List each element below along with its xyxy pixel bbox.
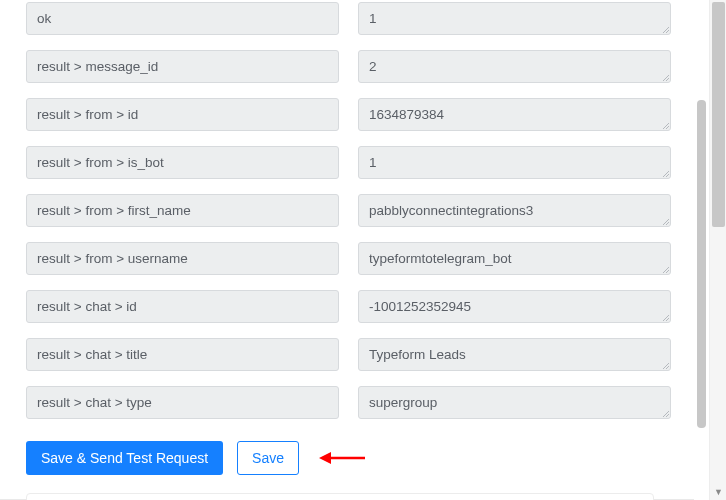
scrollbar-down-arrow-icon[interactable]: ▼	[710, 483, 726, 500]
response-key-text: result > chat > title	[37, 347, 147, 362]
svg-line-14	[663, 363, 669, 369]
response-key-text: result > from > id	[37, 107, 138, 122]
next-card-hint	[26, 493, 654, 500]
response-row: result > chat > title Typeform Leads	[26, 338, 671, 371]
response-row: result > from > username typeformtoteleg…	[26, 242, 671, 275]
svg-line-6	[663, 171, 669, 177]
response-key-cell[interactable]: result > from > first_name	[26, 194, 339, 227]
svg-line-11	[666, 270, 669, 273]
svg-line-7	[666, 174, 669, 177]
svg-line-3	[666, 78, 669, 81]
save-button[interactable]: Save	[237, 441, 299, 475]
response-row: ok 1	[26, 2, 671, 35]
response-rows: ok 1 result > message_id 2 resul	[26, 2, 671, 428]
outer-scrollbar-thumb[interactable]	[712, 2, 725, 227]
response-key-cell[interactable]: result > chat > type	[26, 386, 339, 419]
response-key-text: ok	[37, 11, 51, 26]
response-key-text: result > from > first_name	[37, 203, 191, 218]
response-value-text: -1001252352945	[369, 299, 471, 314]
svg-line-16	[663, 411, 669, 417]
response-key-text: result > message_id	[37, 59, 158, 74]
response-row: result > chat > id -1001252352945	[26, 290, 671, 323]
response-value-cell[interactable]: 1	[358, 146, 671, 179]
response-key-cell[interactable]: result > chat > title	[26, 338, 339, 371]
response-row: result > from > first_name pabblyconnect…	[26, 194, 671, 227]
response-row: result > chat > type supergroup	[26, 386, 671, 419]
response-value-cell[interactable]: 2	[358, 50, 671, 83]
outer-scrollbar[interactable]: ▼	[709, 0, 726, 500]
svg-line-2	[663, 75, 669, 81]
response-row: result > message_id 2	[26, 50, 671, 83]
response-key-cell[interactable]: result > from > is_bot	[26, 146, 339, 179]
response-value-text: 1634879384	[369, 107, 444, 122]
response-key-cell[interactable]: result > chat > id	[26, 290, 339, 323]
svg-line-10	[663, 267, 669, 273]
svg-line-0	[663, 27, 669, 33]
response-value-text: 2	[369, 59, 377, 74]
response-value-text: 1	[369, 155, 377, 170]
response-key-text: result > from > is_bot	[37, 155, 164, 170]
response-key-text: result > chat > id	[37, 299, 137, 314]
svg-line-13	[666, 318, 669, 321]
svg-line-9	[666, 222, 669, 225]
svg-line-8	[663, 219, 669, 225]
response-value-cell[interactable]: typeformtotelegram_bot	[358, 242, 671, 275]
svg-line-17	[666, 414, 669, 417]
svg-line-4	[663, 123, 669, 129]
response-value-text: 1	[369, 11, 377, 26]
svg-line-5	[666, 126, 669, 129]
inner-scrollbar[interactable]	[694, 0, 709, 430]
response-panel: ok 1 result > message_id 2 resul	[0, 0, 694, 500]
response-row: result > from > is_bot 1	[26, 146, 671, 179]
response-value-cell[interactable]: 1	[358, 2, 671, 35]
response-value-cell[interactable]: -1001252352945	[358, 290, 671, 323]
response-value-text: supergroup	[369, 395, 437, 410]
svg-line-15	[666, 366, 669, 369]
response-key-cell[interactable]: result > message_id	[26, 50, 339, 83]
response-key-text: result > chat > type	[37, 395, 152, 410]
response-key-text: result > from > username	[37, 251, 188, 266]
response-value-cell[interactable]: 1634879384	[358, 98, 671, 131]
save-send-test-request-button[interactable]: Save & Send Test Request	[26, 441, 223, 475]
arrow-left-icon	[319, 451, 365, 465]
response-value-cell[interactable]: supergroup	[358, 386, 671, 419]
footer-actions: Save & Send Test Request Save	[26, 441, 365, 475]
svg-line-1	[666, 30, 669, 33]
response-key-cell[interactable]: result > from > username	[26, 242, 339, 275]
response-value-text: typeformtotelegram_bot	[369, 251, 512, 266]
response-key-cell[interactable]: result > from > id	[26, 98, 339, 131]
response-value-text: Typeform Leads	[369, 347, 466, 362]
inner-scrollbar-thumb[interactable]	[697, 100, 706, 428]
svg-marker-19	[319, 452, 331, 464]
response-value-cell[interactable]: Typeform Leads	[358, 338, 671, 371]
response-value-cell[interactable]: pabblyconnectintegrations3	[358, 194, 671, 227]
response-value-text: pabblyconnectintegrations3	[369, 203, 533, 218]
response-key-cell[interactable]: ok	[26, 2, 339, 35]
svg-line-12	[663, 315, 669, 321]
response-row: result > from > id 1634879384	[26, 98, 671, 131]
